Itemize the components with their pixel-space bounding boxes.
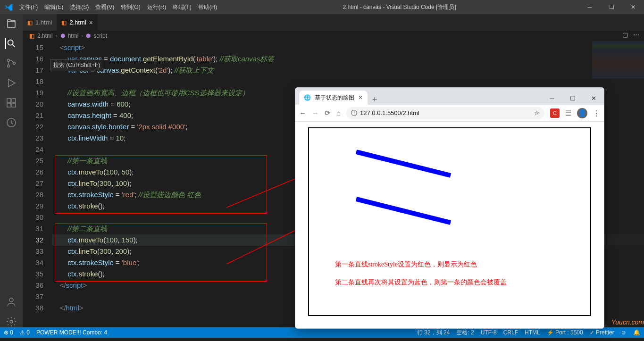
line-number: 26 [23, 166, 43, 178]
svg-point-1 [8, 59, 10, 62]
line-number: 37 [23, 291, 43, 302]
editor-tab[interactable]: ◧2.html× [57, 14, 98, 31]
tab-close-icon[interactable]: ✕ [358, 94, 363, 101]
code-line[interactable]: var ctx = canvas.getContext('2d'); //获取上… [52, 65, 644, 76]
status-feedback-icon[interactable]: ☺ [621, 329, 627, 336]
breadcrumb-sym-icon: ⬢ [60, 33, 65, 39]
line-number: 17 [23, 65, 43, 76]
settings-icon[interactable] [6, 316, 17, 327]
breadcrumb[interactable]: ◧ 2.html › ⬢ html › ⬢ script [23, 31, 644, 41]
profile-icon[interactable]: 👤 [577, 108, 587, 118]
timeline-icon[interactable] [6, 117, 17, 128]
close-tab-icon[interactable]: × [89, 19, 93, 26]
run-debug-icon[interactable] [6, 77, 17, 89]
line-gutter: 1516171819202122232425262728293031323334… [23, 41, 52, 327]
line-number: 31 [23, 223, 43, 234]
menu-item[interactable]: 文件(F) [17, 1, 41, 13]
home-icon[interactable]: ⌂ [336, 109, 341, 117]
breadcrumb-sym-icon: ⬢ [86, 33, 91, 39]
browser-tab[interactable]: 🌐 基于状态的绘图 ✕ [299, 91, 368, 105]
status-power-mode[interactable]: POWER MODE!!! Combo: 4 [36, 329, 107, 336]
browser-maximize-button[interactable]: ☐ [562, 92, 583, 105]
status-cursor-pos[interactable]: 行 32，列 24 [417, 329, 450, 337]
minimize-button[interactable]: ─ [579, 1, 601, 13]
title-bar: 文件(F)编辑(E)选择(S)查看(V)转到(G)运行(R)终端(T)帮助(H)… [0, 0, 644, 14]
line-number: 25 [23, 155, 43, 166]
split-editor-icon[interactable]: ▢ [622, 31, 628, 38]
account-icon[interactable] [6, 296, 17, 308]
line-number: 38 [23, 302, 43, 314]
line-number: 20 [23, 99, 43, 110]
line-number: 36 [23, 280, 43, 291]
line-number: 29 [23, 200, 43, 212]
status-prettier[interactable]: ✓ Prettier [590, 329, 614, 336]
tab-bar: ◧1.html◧2.html× [23, 14, 644, 31]
reload-icon[interactable]: ⟳ [325, 109, 331, 117]
line-number: 35 [23, 268, 43, 280]
globe-icon: 🌐 [304, 94, 311, 101]
back-icon[interactable]: ← [299, 109, 306, 117]
tab-label: 1.html [35, 19, 52, 26]
line-number: 27 [23, 178, 43, 189]
maximize-button[interactable]: ☐ [601, 1, 622, 13]
svg-line-14 [356, 199, 451, 223]
menu-item[interactable]: 运行(R) [144, 1, 169, 13]
status-errors[interactable]: ⊗ 0 [4, 329, 13, 336]
extensions-icon[interactable] [6, 97, 17, 108]
line-number: 19 [23, 87, 43, 99]
menu-item[interactable]: 终端(T) [170, 1, 194, 13]
extension-c-icon[interactable]: C [550, 108, 560, 118]
menu-item[interactable]: 编辑(E) [42, 1, 66, 13]
menu-item[interactable]: 查看(V) [92, 1, 117, 13]
browser-minimize-button[interactable]: ─ [542, 92, 562, 105]
menu-item[interactable]: 帮助(H) [195, 1, 220, 13]
breadcrumb-part-1: script [93, 33, 107, 39]
svg-point-0 [8, 40, 13, 45]
search-icon[interactable] [5, 38, 17, 49]
status-bell-icon[interactable]: 🔔 [633, 329, 640, 336]
reading-list-icon[interactable]: ☰ [565, 109, 571, 117]
browser-viewport: 第一条直线strokeStyle设置为红色，则显示为红色 第二条直线再次将其设置… [295, 122, 604, 328]
close-button[interactable]: ✕ [622, 1, 644, 13]
browser-close-button[interactable]: ✕ [583, 92, 604, 105]
status-eol[interactable]: CRLF [503, 329, 518, 336]
line-number: 21 [23, 110, 43, 121]
status-live-server[interactable]: ⚡ Port : 5500 [547, 329, 583, 336]
browser-toolbar: ← → ⟳ ⌂ ⓘ 127.0.0.1:5500/2.html ☆ C ☰ 👤 … [295, 105, 604, 122]
line-number: 24 [23, 144, 43, 155]
browser-tab-title: 基于状态的绘图 [315, 94, 354, 102]
forward-icon[interactable]: → [312, 109, 319, 117]
window-title: 2.html - canvas - Visual Studio Code [管理… [220, 3, 579, 11]
activity-bar [0, 14, 23, 327]
status-language[interactable]: HTML [525, 329, 540, 336]
line-number: 16 [23, 53, 43, 65]
html-file-icon: ◧ [27, 19, 33, 26]
line-number: 32 [23, 234, 43, 246]
status-encoding[interactable]: UTF-8 [481, 329, 497, 336]
menu-item[interactable]: 转到(G) [118, 1, 143, 13]
code-line[interactable]: <script> [52, 42, 644, 53]
svg-rect-5 [12, 99, 16, 102]
vscode-icon [0, 3, 17, 11]
svg-rect-7 [12, 103, 16, 107]
explorer-icon[interactable] [6, 18, 17, 29]
status-spaces[interactable]: 空格: 2 [456, 329, 474, 337]
editor-tab[interactable]: ◧1.html [23, 14, 57, 31]
browser-menu-icon[interactable]: ⋮ [593, 109, 600, 117]
window-controls: ─ ☐ ✕ [579, 1, 644, 13]
star-icon[interactable]: ☆ [534, 109, 540, 116]
html-file-icon: ◧ [29, 33, 34, 39]
code-line[interactable]: var canvas = document.getElementById('ta… [52, 53, 644, 65]
menu-item[interactable]: 选择(S) [67, 1, 92, 13]
status-warnings[interactable]: ⚠ 0 [20, 329, 30, 336]
source-control-icon[interactable] [6, 58, 17, 69]
svg-rect-4 [7, 99, 11, 102]
status-bar: ⊗ 0 ⚠ 0 POWER MODE!!! Combo: 4 行 32，列 24… [0, 327, 644, 338]
new-tab-button[interactable]: + [368, 95, 382, 105]
menu-bar: 文件(F)编辑(E)选择(S)查看(V)转到(G)运行(R)终端(T)帮助(H) [17, 1, 220, 13]
code-line[interactable] [52, 76, 644, 87]
url-bar[interactable]: ⓘ 127.0.0.1:5500/2.html ☆ [346, 107, 544, 119]
more-icon[interactable]: ⋯ [633, 31, 639, 38]
svg-rect-6 [7, 103, 11, 107]
line-number: 34 [23, 257, 43, 268]
